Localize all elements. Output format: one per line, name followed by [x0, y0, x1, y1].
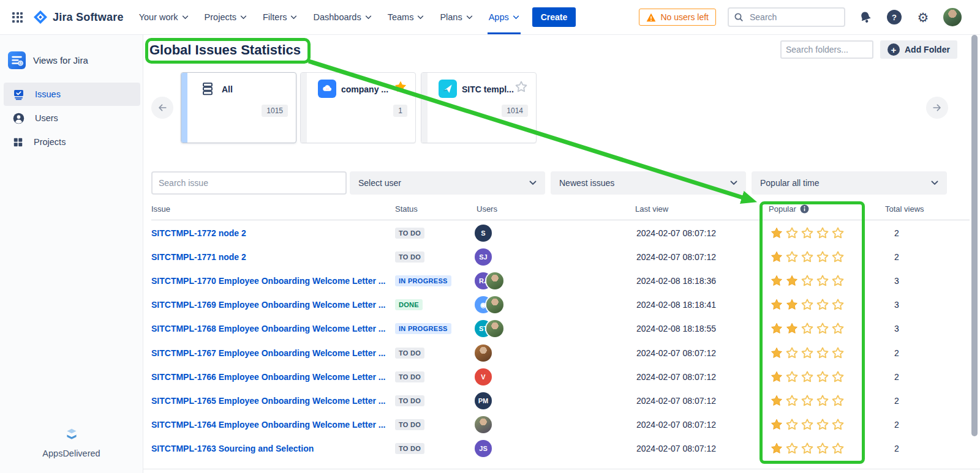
user-initials-avatar[interactable]: JS [475, 440, 492, 457]
nav-item-dashboards[interactable]: Dashboards [305, 0, 379, 34]
star-filled-icon[interactable] [785, 274, 799, 288]
star-empty-icon[interactable] [785, 418, 799, 431]
user-photo-avatar[interactable] [475, 416, 492, 433]
info-icon[interactable] [800, 204, 809, 214]
nav-item-your-work[interactable]: Your work [131, 0, 197, 34]
star-empty-icon[interactable] [801, 346, 814, 360]
star-empty-icon[interactable] [831, 322, 845, 335]
star-empty-icon[interactable] [801, 250, 814, 264]
star-empty-icon[interactable] [816, 226, 829, 240]
select-user-dropdown[interactable]: Select user [350, 171, 545, 195]
vertical-scrollbar-thumb[interactable] [971, 35, 978, 436]
user-avatar[interactable] [943, 8, 962, 26]
sidebar-item-issues[interactable]: Issues [4, 83, 140, 106]
carousel-next-button[interactable] [926, 97, 948, 119]
star-empty-icon[interactable] [816, 298, 829, 311]
star-empty-icon[interactable] [831, 394, 845, 408]
star-empty-icon[interactable] [785, 394, 799, 408]
star-filled-icon[interactable] [770, 370, 783, 384]
notifications-icon[interactable] [854, 6, 876, 28]
issue-link[interactable]: SITCTMPL-1768 Employee Onboarding Welcom… [151, 324, 385, 333]
folder-card-sitc-templ[interactable]: SITC templ...1014 [421, 72, 537, 143]
create-button[interactable]: Create [532, 7, 576, 27]
star-filled-icon[interactable] [770, 394, 783, 408]
issue-link[interactable]: SITCTMPL-1763 Sourcing and Selection [151, 444, 314, 453]
star-empty-icon[interactable] [816, 418, 829, 431]
settings-icon[interactable]: ⚙ [914, 9, 932, 26]
nav-item-filters[interactable]: Filters [255, 0, 305, 34]
star-empty-icon[interactable] [785, 226, 799, 240]
issue-link[interactable]: SITCTMPL-1766 Employee Onboarding Welcom… [151, 372, 385, 382]
star-empty-icon[interactable] [831, 346, 845, 360]
global-search-input[interactable] [748, 12, 824, 23]
sort-dropdown[interactable]: Newest issues [551, 171, 746, 195]
star-empty-icon[interactable] [801, 418, 814, 431]
issue-link[interactable]: SITCTMPL-1770 Employee Onboarding Welcom… [151, 276, 385, 286]
user-initials-avatar[interactable]: SJ [475, 248, 492, 266]
issue-link[interactable]: SITCTMPL-1767 Employee Onboarding Welcom… [151, 348, 385, 358]
star-empty-icon[interactable] [831, 298, 845, 311]
favorite-star-outline-icon[interactable] [514, 80, 528, 94]
star-empty-icon[interactable] [831, 250, 845, 264]
popular-rating[interactable] [770, 322, 845, 335]
jira-logo[interactable]: Jira Software [33, 10, 124, 24]
star-filled-icon[interactable] [770, 250, 783, 264]
star-empty-icon[interactable] [816, 346, 829, 360]
star-empty-icon[interactable] [831, 226, 845, 240]
star-empty-icon[interactable] [801, 370, 814, 384]
star-filled-icon[interactable] [785, 298, 799, 311]
folder-card-company[interactable]: company ...1 [300, 72, 416, 143]
star-empty-icon[interactable] [831, 370, 845, 384]
popular-rating[interactable] [770, 442, 845, 455]
star-empty-icon[interactable] [816, 394, 829, 408]
star-filled-icon[interactable] [770, 442, 783, 455]
issue-link[interactable]: SITCTMPL-1765 Employee Onboarding Welcom… [151, 396, 385, 406]
star-empty-icon[interactable] [801, 394, 814, 408]
popular-rating[interactable] [770, 346, 845, 360]
user-photo-avatar[interactable] [486, 296, 503, 313]
popularity-range-dropdown[interactable]: Popular all time [752, 171, 947, 195]
star-filled-icon[interactable] [770, 322, 783, 335]
star-empty-icon[interactable] [785, 346, 799, 360]
star-empty-icon[interactable] [801, 298, 814, 311]
star-empty-icon[interactable] [785, 370, 799, 384]
app-switcher-icon[interactable] [12, 12, 23, 23]
no-users-left-badge[interactable]: No users left [639, 9, 716, 26]
issue-link[interactable]: SITCTMPL-1771 node 2 [151, 252, 246, 262]
star-icon[interactable] [394, 80, 407, 94]
nav-item-teams[interactable]: Teams [380, 0, 432, 34]
popular-rating[interactable] [770, 250, 845, 264]
user-photo-avatar[interactable] [486, 272, 503, 289]
star-filled-icon[interactable] [785, 322, 799, 335]
popular-rating[interactable] [770, 394, 845, 408]
popular-rating[interactable] [770, 418, 845, 431]
sidebar-item-projects[interactable]: Projects [4, 130, 140, 154]
folder-card-all[interactable]: All1015 [181, 72, 296, 143]
global-search[interactable] [728, 7, 845, 27]
user-photo-avatar[interactable] [475, 345, 492, 362]
folder-search-input[interactable] [780, 40, 873, 59]
star-empty-icon[interactable] [785, 250, 799, 264]
popular-rating[interactable] [770, 370, 845, 384]
star-empty-icon[interactable] [831, 418, 845, 431]
user-initials-avatar[interactable]: S [475, 225, 492, 242]
star-filled-icon[interactable] [770, 274, 783, 288]
star-empty-icon[interactable] [816, 274, 829, 288]
star-empty-icon[interactable] [801, 274, 814, 288]
star-filled-icon[interactable] [770, 346, 783, 360]
issue-link[interactable]: SITCTMPL-1772 node 2 [151, 228, 246, 238]
help-icon[interactable]: ? [886, 9, 903, 26]
sidebar-item-users[interactable]: Users [4, 106, 140, 130]
popular-rating[interactable] [770, 274, 845, 288]
star-empty-icon[interactable] [801, 442, 814, 455]
star-empty-icon[interactable] [801, 322, 814, 335]
favorite-star-icon[interactable] [394, 80, 407, 94]
user-initials-avatar[interactable]: PM [475, 392, 492, 409]
popular-rating[interactable] [770, 226, 845, 240]
star-filled-icon[interactable] [770, 226, 783, 240]
issue-link[interactable]: SITCTMPL-1764 Employee Onboarding Welcom… [151, 420, 385, 430]
star-empty-icon[interactable] [831, 442, 845, 455]
star-empty-icon[interactable] [785, 442, 799, 455]
star-icon[interactable] [514, 80, 528, 94]
star-empty-icon[interactable] [831, 274, 845, 288]
